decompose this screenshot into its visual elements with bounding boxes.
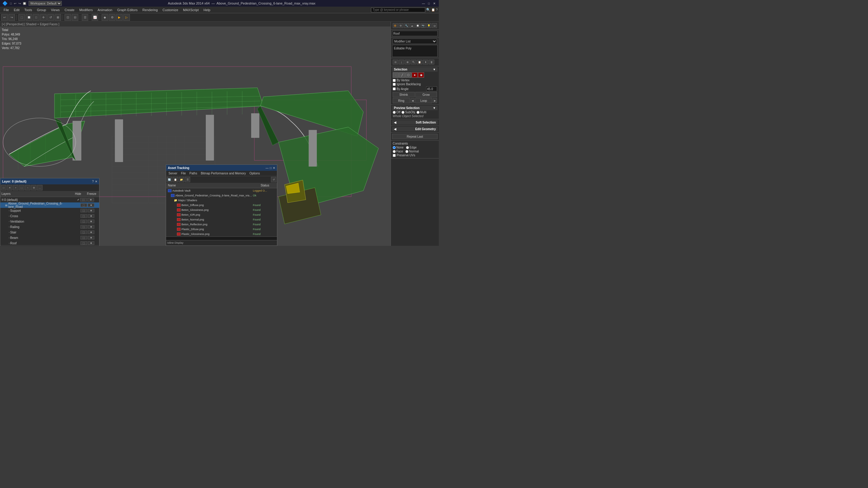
soft-sel-title[interactable]: ◀ Soft Selection (392, 120, 438, 125)
layer-hide-ctrl[interactable]: ⬚ (81, 241, 87, 245)
menu-views[interactable]: Views (49, 7, 62, 12)
asset-row[interactable]: Beton_Diffuse.png Found (166, 203, 277, 207)
layer-hide-ctrl[interactable]: ⬚ (81, 203, 87, 207)
rp-icon-1[interactable]: 🔆 (393, 23, 398, 28)
quick-render-btn[interactable]: ▷ (123, 14, 130, 21)
asset-tb-2[interactable]: 📋 (173, 177, 178, 182)
layer-row[interactable]: ◦ Beam ⬚ ❄ (0, 235, 99, 240)
layers-close-btn[interactable]: ✕ (95, 180, 97, 183)
mod-icon-2[interactable]: | (399, 60, 404, 64)
menu-group[interactable]: Group (34, 7, 49, 12)
layer-hide-ctrl[interactable]: ⬚ (81, 209, 87, 213)
asset-row[interactable]: Beton_Reflection.png Found (166, 222, 277, 227)
layer-row[interactable]: ▤ Above_Ground_Pedestrian_Crossing_6-lan… (0, 202, 99, 208)
layer-freeze-ctrl[interactable]: ❄ (87, 198, 94, 201)
redo-button[interactable]: ↪ (8, 14, 15, 21)
layers-select-btn[interactable]: ⬚ (19, 185, 24, 190)
sel-ignore-backface-cb[interactable] (393, 83, 396, 86)
menu-rendering[interactable]: Rendering (140, 7, 160, 12)
sel-border-icon[interactable]: ⬡ (405, 72, 411, 78)
rp-icon-8[interactable]: 🗂 (432, 23, 437, 28)
repeat-last-btn[interactable]: Repeat Last (392, 134, 438, 139)
curve-editor-btn[interactable]: 📈 (92, 14, 98, 21)
asset-row[interactable]: Beton_IOR.png Found (166, 213, 277, 217)
tb-icon-2[interactable]: ↩ (13, 2, 17, 5)
mod-icon-4[interactable]: 🔌 (411, 60, 416, 64)
menu-tools[interactable]: Tools (22, 7, 35, 12)
layers-options-btn[interactable]: ⚙ (31, 185, 36, 190)
asset-tb-4[interactable]: ☰ (185, 177, 190, 182)
asset-tb-3[interactable]: 📁 (179, 177, 184, 182)
ring-btn[interactable]: Ring (393, 98, 410, 103)
search-icon[interactable]: 🔍 (426, 8, 430, 12)
menu-graph-editors[interactable]: Graph Editors (115, 7, 140, 12)
layers-delete-btn[interactable]: ✕ (7, 185, 12, 190)
layer-freeze-ctrl[interactable]: ❄ (88, 241, 94, 245)
asset-row[interactable]: Plastic_Glossiness.png Found (166, 232, 277, 236)
asset-restore-btn[interactable]: □ (270, 166, 272, 170)
layer-hide-ctrl[interactable]: ⬚ (81, 225, 87, 229)
select-object-btn[interactable]: ⬚ (19, 14, 25, 21)
sel-by-vertex-cb[interactable] (393, 79, 396, 82)
sel-edge-icon[interactable]: ╱ (399, 72, 405, 78)
asset-scrollbar[interactable] (166, 236, 277, 240)
edit-geo-title[interactable]: ◀ Edit Geometry (392, 127, 438, 131)
constraint-edge-radio[interactable] (406, 146, 409, 149)
asset-menu-paths[interactable]: Paths (188, 172, 198, 175)
layer-freeze-ctrl[interactable]: ❄ (88, 225, 94, 229)
tb-icon-1[interactable]: □ (9, 2, 12, 5)
asset-row[interactable]: Beton_Normal.png Found (166, 217, 277, 222)
asset-row[interactable]: Plastic_Difuse.png Found (166, 227, 277, 232)
sel-poly-icon[interactable]: ■ (412, 72, 418, 78)
rp-icon-6[interactable]: 📷 (421, 23, 426, 28)
preview-sel-title[interactable]: Preview Selection ▼ (392, 106, 438, 110)
sel-element-icon[interactable]: ◼ (418, 72, 424, 78)
search-btn-2[interactable]: ? (436, 8, 438, 11)
asset-minimize-btn[interactable]: — (266, 166, 269, 170)
angle-value-input[interactable] (426, 87, 437, 91)
asset-menu-file[interactable]: File (180, 172, 187, 175)
mod-icon-5[interactable]: 📋 (417, 60, 422, 64)
undo-button[interactable]: ↩ (1, 14, 8, 21)
select-by-name-btn[interactable]: 🔲 (26, 14, 32, 21)
move-btn[interactable]: ✛ (40, 14, 47, 21)
mod-icon-3[interactable]: ⊠ (405, 60, 410, 64)
asset-tb-1[interactable]: 🔄 (167, 177, 172, 182)
layer-row[interactable]: ◦ Roof ⬚ ❄ (0, 240, 99, 245)
layer-hide-ctrl[interactable]: ⬚ (81, 230, 87, 234)
render-btn[interactable]: ▶ (116, 14, 123, 21)
ring-arrow-icon[interactable]: ◀ (410, 98, 415, 103)
menu-help[interactable]: Help (201, 7, 213, 12)
asset-menu-bitmap[interactable]: Bitmap Performance and Memory (199, 172, 247, 175)
constraint-normal-radio[interactable] (405, 150, 408, 153)
menu-maxscript[interactable]: MAXScript (181, 7, 201, 12)
material-btn[interactable]: ◆ (101, 14, 108, 21)
layers-move-btn[interactable]: ↑ (25, 185, 30, 190)
rp-icon-3[interactable]: 🔧 (404, 23, 409, 28)
menu-file[interactable]: File (1, 7, 11, 12)
preview-subobj-radio[interactable] (401, 111, 404, 114)
menu-customize[interactable]: Customize (160, 7, 181, 12)
modifier-list-dropdown[interactable]: Modifier List (393, 38, 437, 44)
shrink-btn[interactable]: Shrink (393, 92, 415, 97)
constraint-face-radio[interactable] (393, 150, 396, 153)
asset-row[interactable]: 📁 Maps / Shaders (166, 198, 277, 203)
loop-arrow-icon[interactable]: ▶ (433, 98, 437, 103)
layers-scrollbar[interactable] (0, 245, 99, 246)
tb-icon-3[interactable]: ↪ (18, 2, 22, 5)
asset-row[interactable]: Above_Ground_Pedestrian_Crossing_6-lane_… (166, 193, 277, 198)
sel-vertex-icon[interactable]: · (393, 72, 399, 78)
sel-by-angle-cb[interactable] (393, 87, 396, 90)
mod-icon-6[interactable]: ⬇ (423, 60, 428, 64)
layer-hide-ctrl[interactable]: ⬚ (80, 198, 87, 201)
preview-off-radio[interactable] (393, 111, 396, 114)
selection-title[interactable]: Selection ▼ (392, 67, 438, 72)
scale-btn[interactable]: ⊠ (55, 14, 61, 21)
layer-row[interactable]: ◦ Cross ⬚ ❄ (0, 213, 99, 219)
mod-icon-1[interactable]: ⊟ (393, 60, 398, 64)
asset-menu-options[interactable]: Options (248, 172, 261, 175)
layer-freeze-ctrl[interactable]: ❄ (88, 203, 94, 207)
workspace-dropdown[interactable]: Workspace: Default (29, 1, 62, 6)
rect-select-btn[interactable]: □ (33, 14, 39, 21)
viewport-3d[interactable]: [+] [Perspective] [ Shaded + Edged Faces… (0, 22, 391, 246)
